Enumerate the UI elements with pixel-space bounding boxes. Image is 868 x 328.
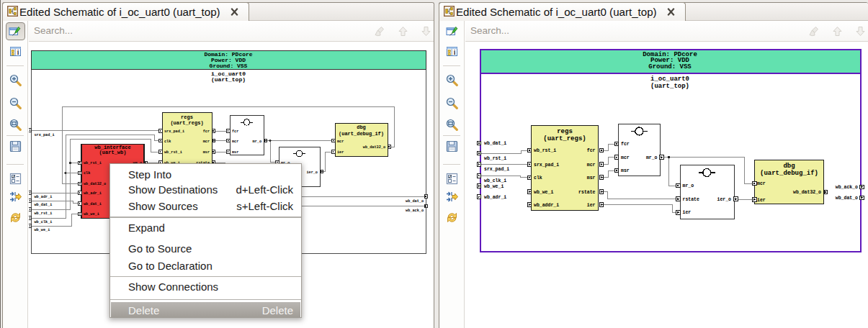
svg-text:mcr: mcr	[337, 140, 344, 144]
svg-text:mcr: mcr	[757, 181, 766, 186]
svg-text:dbg: dbg	[357, 124, 366, 130]
svg-text:msr: msr	[621, 168, 630, 173]
svg-text:Ground: VSS: Ground: VSS	[210, 63, 248, 69]
svg-text:(uart_top): (uart_top)	[211, 76, 246, 83]
svg-text:regs: regs	[181, 114, 193, 120]
svg-text:regs: regs	[557, 128, 573, 135]
svg-text:wb_dat32_o: wb_dat32_o	[363, 145, 385, 150]
svg-text:srx_pad_i: srx_pad_i	[35, 133, 55, 137]
svg-text:wb_rst_i: wb_rst_i	[84, 161, 102, 165]
svg-text:i_oc_uart0: i_oc_uart0	[650, 76, 689, 83]
svg-text:(uart_regs): (uart_regs)	[170, 120, 203, 126]
svg-text:fcr: fcr	[621, 142, 630, 147]
svg-text:mcr: mcr	[621, 155, 630, 160]
svg-text:wb_addr_i: wb_addr_i	[534, 203, 559, 208]
svg-text:wb_dat_o: wb_dat_o	[836, 196, 858, 201]
svg-text:mr_o: mr_o	[253, 140, 261, 144]
svg-text:mcr: mcr	[232, 140, 238, 144]
svg-text:(uart_wb): (uart_wb)	[99, 150, 127, 155]
svg-text:clk: clk	[534, 176, 542, 181]
svg-text:(uart_regs): (uart_regs)	[543, 135, 586, 142]
svg-text:wb_rst_i: wb_rst_i	[534, 148, 556, 153]
svg-text:rstate: rstate	[578, 190, 596, 195]
svg-text:(uart_debug_if): (uart_debug_if)	[760, 170, 818, 177]
svg-text:wb_clk_i: wb_clk_i	[35, 220, 53, 224]
svg-text:srx_pad_i: srx_pad_i	[164, 129, 184, 134]
svg-text:wb_rst_i: wb_rst_i	[484, 156, 506, 161]
svg-text:fcr: fcr	[232, 129, 238, 134]
svg-text:wb_dat32_o: wb_dat32_o	[84, 182, 106, 186]
svg-text:fcr: fcr	[587, 148, 596, 153]
svg-text:wb_we_i: wb_we_i	[484, 184, 504, 189]
svg-text:wb_ack_o: wb_ack_o	[836, 185, 858, 190]
svg-text:wb_dat_o: wb_dat_o	[406, 199, 424, 204]
svg-text:ier: ier	[757, 198, 766, 203]
svg-text:i: i	[454, 49, 456, 56]
svg-text:wb_adr_i: wb_adr_i	[484, 195, 506, 200]
svg-text:srx_pad_i: srx_pad_i	[534, 163, 559, 168]
svg-text:wb_we_i: wb_we_i	[35, 228, 50, 232]
svg-text:clk: clk	[164, 140, 171, 144]
svg-text:Ground: VSS: Ground: VSS	[648, 63, 692, 70]
svg-text:wb_dat32_o: wb_dat32_o	[793, 190, 821, 195]
svg-text:srx_pad_i: srx_pad_i	[484, 167, 509, 172]
svg-text:mcr: mcr	[203, 140, 210, 144]
svg-text:ier: ier	[683, 210, 692, 215]
svg-text:rstate: rstate	[683, 197, 700, 202]
svg-text:clk: clk	[84, 171, 90, 176]
svg-text:mr_o: mr_o	[683, 183, 694, 188]
svg-text:ier_o: ier_o	[717, 197, 731, 202]
svg-text:(uart_debug_if): (uart_debug_if)	[339, 131, 384, 137]
svg-text:ier: ier	[587, 203, 596, 208]
svg-text:(uart_top): (uart_top)	[650, 83, 689, 90]
svg-text:wb_rst_i: wb_rst_i	[35, 211, 53, 216]
svg-text:wb_dat_i: wb_dat_i	[484, 141, 506, 146]
svg-text:mr_o: mr_o	[646, 155, 658, 160]
svg-text:msr: msr	[203, 150, 210, 155]
svg-text:i: i	[17, 49, 19, 56]
svg-text:wb_dat_i: wb_dat_i	[84, 202, 102, 206]
svg-text:ier: ier	[337, 150, 344, 155]
svg-text:wb_clk_i: wb_clk_i	[484, 178, 506, 183]
svg-text:dbg: dbg	[783, 163, 795, 170]
svg-text:msr: msr	[232, 150, 238, 155]
svg-text:wb_we_i: wb_we_i	[84, 212, 99, 217]
svg-text:wb_ack_o: wb_ack_o	[406, 209, 424, 213]
svg-text:fcr: fcr	[203, 129, 210, 134]
svg-text:wb_rst_i: wb_rst_i	[164, 150, 182, 155]
svg-text:mcr: mcr	[587, 163, 596, 168]
svg-text:msr: msr	[587, 176, 596, 181]
svg-text:wb_we_i: wb_we_i	[534, 190, 553, 195]
svg-text:ier_o: ier_o	[306, 170, 318, 175]
svg-text:wb_adr_i: wb_adr_i	[84, 191, 102, 196]
svg-text:wb_adr_i: wb_adr_i	[35, 195, 53, 199]
svg-text:wb_dat_i: wb_dat_i	[35, 203, 53, 207]
